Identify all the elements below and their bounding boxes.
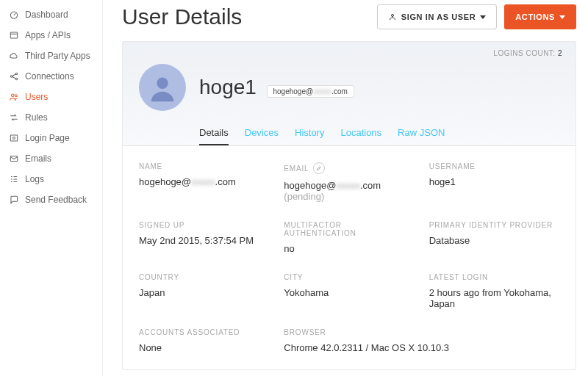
main-content: User Details SIGN IN AS USER ACTIONS LOG…	[103, 0, 588, 376]
gauge-icon	[9, 10, 19, 20]
arrows-icon	[9, 112, 19, 123]
sidebar-item-label: Third Party Apps	[25, 51, 90, 61]
sidebar-item-label: Rules	[25, 112, 48, 123]
tab-raw-json[interactable]: Raw JSON	[398, 121, 445, 145]
profile-row: hoge1 hogehoge@xxxxx.com	[139, 49, 559, 111]
field-signed-up: SIGNED UP May 2nd 2015, 5:37:54 PM	[139, 221, 269, 254]
button-label: SIGN IN AS USER	[401, 12, 476, 21]
field-label: MULTIFACTOR AUTHENTICATION	[284, 221, 414, 237]
field-value: 2 hours ago from Yokohama, Japan	[429, 287, 559, 309]
field-label: COUNTRY	[139, 273, 269, 281]
edit-email-button[interactable]	[313, 162, 325, 174]
field-label: CITY	[284, 273, 414, 281]
sidebar-item-rules[interactable]: Rules	[0, 107, 102, 128]
sidebar: Dashboard Apps / APIs Third Party Apps C…	[0, 0, 103, 376]
field-value: Chrome 42.0.2311 / Mac OS X 10.10.3	[284, 342, 559, 353]
field-country: COUNTRY Japan	[139, 273, 269, 309]
svg-point-11	[157, 78, 168, 89]
page-title: User Details	[122, 4, 242, 29]
avatar-silhouette-icon	[146, 70, 179, 104]
field-value: hogehoge@xxxxx.com	[139, 176, 269, 187]
user-icon	[388, 12, 397, 21]
field-value: hogehoge@xxxxx.com (pending)	[284, 180, 414, 202]
user-card: LOGINS COUNT: 2 hoge1 hogehoge@xxxxx.com…	[122, 41, 576, 370]
svg-point-8	[13, 137, 15, 140]
field-value: hoge1	[429, 176, 559, 187]
header-actions: SIGN IN AS USER ACTIONS	[377, 4, 576, 29]
sidebar-item-label: Logs	[25, 174, 44, 184]
svg-point-6	[15, 95, 17, 97]
field-value: May 2nd 2015, 5:37:54 PM	[139, 235, 269, 246]
avatar	[139, 64, 186, 111]
sidebar-item-login-page[interactable]: Login Page	[0, 128, 102, 148]
sidebar-item-label: Users	[25, 92, 48, 102]
sidebar-item-label: Login Page	[25, 133, 70, 143]
chevron-down-icon	[559, 15, 565, 19]
sidebar-item-label: Connections	[25, 71, 74, 82]
sign-in-as-user-button[interactable]: SIGN IN AS USER	[377, 4, 498, 29]
sidebar-item-emails[interactable]: Emails	[0, 148, 102, 169]
sidebar-item-thirdparty[interactable]: Third Party Apps	[0, 46, 102, 66]
field-mfa: MULTIFACTOR AUTHENTICATION no	[284, 221, 414, 254]
field-label: PRIMARY IDENTITY PROVIDER	[429, 221, 559, 229]
field-label: BROWSER	[284, 328, 559, 336]
cloud-icon	[9, 51, 19, 61]
svg-point-5	[12, 94, 15, 97]
users-icon	[9, 92, 19, 102]
svg-rect-1	[10, 32, 17, 38]
field-label: USERNAME	[429, 162, 559, 170]
field-accounts: ACCOUNTS ASSOCIATED None	[139, 328, 269, 353]
details-grid: NAME hogehoge@xxxxx.com EMAIL hogehoge@x…	[123, 146, 576, 369]
field-label: SIGNED UP	[139, 221, 269, 229]
field-city: CITY Yokohama	[284, 273, 414, 309]
page-header: User Details SIGN IN AS USER ACTIONS	[122, 4, 576, 29]
tab-history[interactable]: History	[295, 121, 324, 145]
logins-count-value: 2	[558, 49, 562, 57]
tab-locations[interactable]: Locations	[340, 121, 381, 145]
field-value: Database	[429, 235, 559, 246]
sidebar-item-label: Apps / APIs	[25, 30, 71, 40]
sidebar-item-label: Dashboard	[25, 10, 68, 20]
logins-count: LOGINS COUNT: 2	[493, 49, 562, 57]
sidebar-item-users[interactable]: Users	[0, 87, 102, 107]
list-icon	[9, 174, 19, 184]
svg-point-3	[15, 73, 17, 74]
mail-icon	[9, 153, 19, 164]
tab-devices[interactable]: Devices	[245, 121, 279, 145]
field-label: EMAIL	[284, 162, 414, 174]
svg-point-2	[10, 76, 12, 77]
field-email: EMAIL hogehoge@xxxxx.com (pending)	[284, 162, 414, 202]
svg-rect-7	[10, 135, 17, 141]
field-label: ACCOUNTS ASSOCIATED	[139, 328, 269, 336]
sidebar-item-label: Send Feedback	[25, 195, 87, 205]
card-header: LOGINS COUNT: 2 hoge1 hogehoge@xxxxx.com…	[123, 42, 576, 146]
chat-icon	[9, 195, 19, 205]
field-value: None	[139, 342, 269, 353]
actions-button[interactable]: ACTIONS	[504, 4, 576, 29]
tabs: Details Devices History Locations Raw JS…	[139, 121, 559, 145]
field-provider: PRIMARY IDENTITY PROVIDER Database	[429, 221, 559, 254]
field-label: NAME	[139, 162, 269, 170]
field-latest-login: LATEST LOGIN 2 hours ago from Yokohama, …	[429, 273, 559, 309]
field-label: LATEST LOGIN	[429, 273, 559, 281]
sidebar-item-label: Emails	[25, 153, 51, 164]
profile-heading: hoge1 hogehoge@xxxxx.com	[199, 76, 354, 99]
sidebar-item-apps[interactable]: Apps / APIs	[0, 25, 102, 46]
chevron-down-icon	[480, 15, 486, 19]
button-label: ACTIONS	[515, 12, 555, 21]
logins-count-label: LOGINS COUNT:	[493, 49, 555, 57]
login-icon	[9, 133, 19, 143]
sidebar-item-feedback[interactable]: Send Feedback	[0, 189, 102, 210]
field-name: NAME hogehoge@xxxxx.com	[139, 162, 269, 202]
user-display-name: hoge1	[199, 76, 257, 98]
svg-point-4	[15, 78, 17, 79]
sidebar-item-logs[interactable]: Logs	[0, 169, 102, 189]
tab-details[interactable]: Details	[199, 121, 229, 145]
svg-point-0	[10, 12, 17, 18]
field-value: Japan	[139, 287, 269, 298]
field-value: Yokohama	[284, 287, 414, 298]
pencil-icon	[316, 165, 322, 171]
field-value: no	[284, 243, 414, 254]
sidebar-item-connections[interactable]: Connections	[0, 66, 102, 87]
sidebar-item-dashboard[interactable]: Dashboard	[0, 4, 102, 25]
